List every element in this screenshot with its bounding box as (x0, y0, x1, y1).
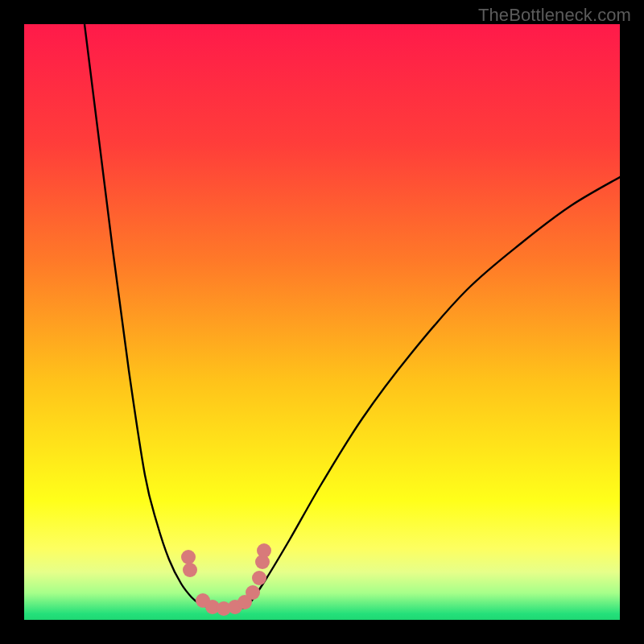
site-credit-label: TheBottleneck.com (478, 5, 631, 26)
marker-dot (246, 585, 260, 600)
bottleneck-curve (85, 24, 620, 609)
marker-dot (183, 563, 197, 577)
marker-dot (257, 543, 271, 558)
curve-layer (24, 24, 620, 620)
marker-dot (252, 571, 266, 585)
marker-dots (181, 543, 271, 616)
marker-dot (181, 550, 196, 564)
